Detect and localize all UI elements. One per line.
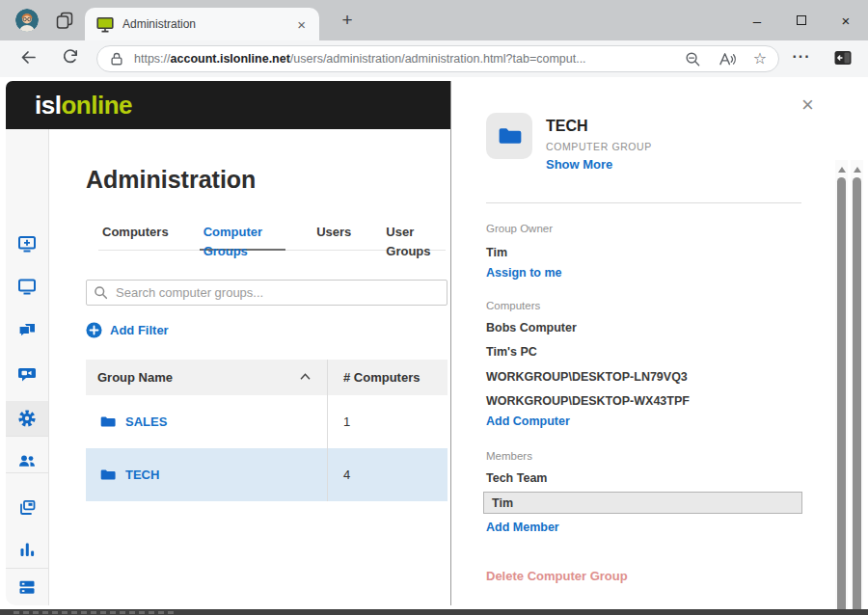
sidebar-toggle-button[interactable]: [833, 49, 853, 67]
url-scheme: https://: [134, 52, 171, 66]
workspaces-icon: [55, 12, 74, 30]
assign-to-me-link[interactable]: Assign to me: [486, 266, 562, 280]
add-filter-button[interactable]: Add Filter: [86, 322, 169, 338]
sidebar-item-sessions[interactable]: [6, 491, 48, 525]
avatar-icon: [15, 9, 39, 32]
chat-bubbles-icon: [17, 321, 37, 340]
table-row-sales[interactable]: SALES 1: [86, 395, 448, 448]
sidebar-item-chat[interactable]: [6, 313, 48, 348]
add-member-link[interactable]: Add Member: [486, 521, 559, 534]
computer-plus-icon: [17, 234, 37, 254]
folder-icon: [99, 414, 116, 430]
lock-icon: [109, 51, 124, 67]
window-close-button[interactable]: ×: [824, 0, 868, 40]
sidebar-divider: [6, 436, 48, 437]
search-input[interactable]: [86, 280, 448, 306]
sidebar-item-add-computer-session[interactable]: [6, 227, 48, 261]
scroll-up-icon[interactable]: [838, 167, 846, 173]
computer-item: WORKGROUP\DESKTOP-WX43TPF: [486, 394, 690, 408]
zoom-out-button[interactable]: [685, 51, 701, 67]
sort-ascending-icon: [299, 372, 312, 381]
tab-close-icon[interactable]: ×: [293, 16, 310, 33]
tab-favicon-monitor-icon: [96, 16, 114, 33]
member-item-highlighted[interactable]: Tim: [483, 492, 802, 514]
column-label: # Computers: [343, 370, 420, 385]
scrollbar-thumb[interactable]: [853, 177, 861, 615]
computer-item: Tim's PC: [486, 345, 537, 359]
main-content: Administration Computers Computer Groups…: [50, 129, 450, 605]
computer-groups-table: Group Name # Computers SALES 1: [86, 360, 448, 501]
workspaces-button[interactable]: [55, 12, 74, 30]
page-title: Administration: [86, 166, 256, 194]
back-button[interactable]: [19, 48, 38, 67]
people-icon: [17, 451, 37, 470]
sidebar-divider: [6, 472, 48, 473]
tab-title: Administration: [122, 17, 293, 31]
refresh-icon: [62, 48, 79, 66]
read-aloud-icon: [719, 51, 736, 67]
group-type-label: COMPUTER GROUP: [546, 141, 652, 152]
panel-close-icon[interactable]: ×: [801, 94, 814, 116]
group-avatar-tile: [486, 113, 532, 159]
group-owner-value: Tim: [486, 246, 507, 259]
table-row-tech[interactable]: TECH 4: [86, 448, 448, 501]
folder-icon: [99, 467, 116, 483]
computer-count-cell: 1: [327, 395, 448, 448]
group-name-cell: SALES: [86, 395, 327, 448]
sidebar-item-reports[interactable]: [6, 532, 48, 567]
group-name: SALES: [125, 414, 167, 429]
sidebar-item-settings[interactable]: [6, 401, 48, 436]
favorites-star-icon[interactable]: ☆: [753, 51, 767, 67]
search-icon: [94, 285, 108, 300]
computer-icon: [17, 277, 37, 296]
back-arrow-icon: [19, 48, 38, 67]
url-path: /users/administration/administration.htm…: [290, 52, 586, 66]
app-sidebar: [6, 129, 49, 605]
column-header-computers[interactable]: # Computers: [327, 360, 448, 395]
url-text: https://account.islonline.net/users/admi…: [134, 52, 667, 66]
page-scrollbar[interactable]: [851, 160, 863, 615]
delete-computer-group-link[interactable]: Delete Computer Group: [486, 569, 628, 583]
search-box: [86, 280, 448, 306]
panel-scrollbar[interactable]: [835, 160, 848, 615]
group-owner-label: Group Owner: [486, 223, 553, 234]
desktop-edge-marks: [14, 611, 177, 614]
tab-users[interactable]: Users: [312, 223, 355, 251]
tab-user-groups[interactable]: User Groups: [382, 223, 446, 251]
sidebar-divider: [6, 568, 48, 569]
browser-menu-button[interactable]: ···: [788, 47, 815, 70]
desktop-edge-strip: [0, 609, 868, 615]
column-label: Group Name: [97, 370, 173, 385]
sidebar-item-servers[interactable]: [6, 570, 48, 604]
islonline-logo[interactable]: islonline: [35, 91, 132, 120]
gear-icon: [16, 408, 38, 429]
refresh-button[interactable]: [62, 48, 79, 66]
tab-computer-groups[interactable]: Computer Groups: [200, 223, 286, 251]
new-tab-button[interactable]: +: [334, 8, 361, 33]
scrollbar-thumb[interactable]: [837, 177, 846, 615]
tab-bar: Computers Computer Groups Users User Gro…: [98, 223, 446, 251]
add-filter-label: Add Filter: [110, 323, 169, 337]
plus-circle-icon: [86, 322, 102, 338]
sidebar-toggle-icon: [833, 49, 853, 67]
show-more-link[interactable]: Show More: [546, 157, 612, 172]
computer-item: Bobs Computer: [486, 321, 577, 334]
table-header: Group Name # Computers: [86, 360, 448, 395]
browser-tab[interactable]: Administration ×: [85, 8, 319, 40]
scroll-up-icon[interactable]: [854, 167, 861, 173]
zoom-out-icon: [685, 51, 701, 67]
column-header-group-name[interactable]: Group Name: [86, 360, 327, 395]
window-maximize-button[interactable]: [779, 0, 824, 40]
layered-windows-icon: [17, 498, 37, 518]
address-bar[interactable]: https://account.islonline.net/users/admi…: [96, 45, 779, 72]
brand-header: islonline: [6, 81, 450, 129]
sidebar-item-video-call[interactable]: [6, 357, 48, 391]
divider: [486, 202, 801, 203]
read-aloud-button[interactable]: [719, 51, 736, 67]
tab-computers[interactable]: Computers: [98, 223, 173, 251]
window-minimize-button[interactable]: –: [735, 0, 779, 40]
sidebar-item-computers[interactable]: [6, 269, 48, 304]
browser-profile-avatar[interactable]: [15, 9, 39, 32]
browser-titlebar: Administration × + – ×: [0, 0, 868, 40]
add-computer-link[interactable]: Add Computer: [486, 414, 570, 428]
